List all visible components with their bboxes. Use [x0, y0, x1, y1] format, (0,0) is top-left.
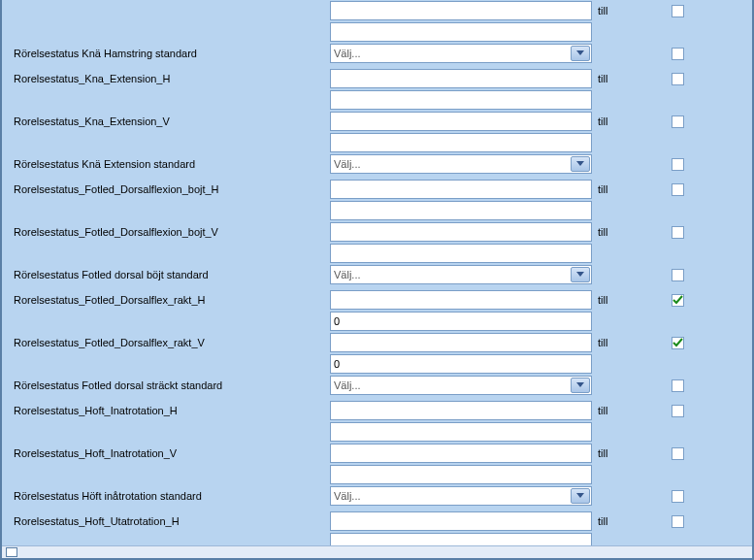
to-input[interactable] [330, 465, 592, 484]
to-input[interactable] [330, 422, 592, 442]
checkbox-column [611, 180, 744, 196]
checkbox-column [611, 265, 744, 281]
field-label: Rörelsestatus Fotled dorsal böjt standar… [10, 265, 330, 280]
field-input-group: till [330, 290, 611, 331]
select-dropdown[interactable]: Välj... [330, 376, 592, 395]
select-dropdown[interactable]: Välj... [330, 154, 592, 174]
status-bar [2, 545, 752, 558]
to-input[interactable] [330, 201, 592, 220]
row-checkbox[interactable] [672, 5, 684, 17]
from-input[interactable] [330, 401, 592, 420]
field-input-group: Välj... [330, 376, 611, 395]
field-input-group: till [330, 112, 611, 152]
form-row: Rorelsestatus_Hoft_Inatrotation_Htill [10, 400, 744, 443]
form-row: Rorelsestatus_Fotled_Dorsalflexion_bojt_… [10, 179, 744, 221]
chevron-down-icon[interactable] [571, 378, 590, 393]
chevron-down-icon[interactable] [571, 156, 590, 172]
row-checkbox[interactable] [672, 226, 684, 239]
from-input[interactable] [330, 69, 592, 88]
field-input-group: Välj... [330, 265, 611, 284]
form-scroll-area[interactable]: tillRörelsestatus Knä Hamstring standard… [2, 0, 752, 545]
select-value: Välj... [334, 490, 361, 502]
from-input[interactable] [330, 444, 592, 463]
row-checkbox[interactable] [672, 490, 684, 503]
field-label: Rorelsestatus_Fotled_Dorsalflex_rakt_H [10, 290, 330, 306]
till-label: till [598, 183, 607, 195]
checkbox-column [611, 376, 744, 392]
from-input[interactable] [330, 290, 592, 310]
row-checkbox[interactable] [672, 337, 684, 349]
till-label: till [598, 515, 607, 527]
field-label: Rörelsestatus Knä Extension standard [10, 154, 330, 170]
checkbox-column [611, 69, 744, 85]
field-input-group: till [330, 222, 611, 263]
row-checkbox[interactable] [672, 447, 684, 460]
row-checkbox[interactable] [672, 379, 684, 392]
chevron-down-icon[interactable] [571, 267, 590, 282]
till-label: till [598, 5, 607, 16]
from-input[interactable] [330, 511, 592, 531]
to-input[interactable] [330, 90, 592, 110]
to-input[interactable] [330, 133, 592, 152]
row-checkbox[interactable] [672, 294, 684, 307]
chevron-down-icon[interactable] [571, 46, 590, 61]
field-label: Rorelsestatus_Kna_Extension_H [10, 69, 330, 84]
field-label: Rorelsestatus_Fotled_Dorsalflexion_bojt_… [10, 222, 330, 238]
select-dropdown[interactable]: Välj... [330, 486, 592, 506]
form-row: Rorelsestatus_Kna_Extension_Htill [10, 68, 744, 111]
to-input[interactable] [330, 244, 592, 263]
from-input[interactable] [330, 222, 592, 242]
row-checkbox[interactable] [672, 73, 684, 85]
till-label: till [598, 447, 607, 459]
till-label: till [598, 73, 607, 84]
form-row: Rörelsestatus Knä Hamstring standardVälj… [10, 43, 744, 68]
checkbox-column [611, 44, 744, 60]
form-row: Rörelsestatus Fotled dorsal böjt standar… [10, 264, 744, 289]
till-label: till [598, 337, 607, 348]
row-checkbox[interactable] [672, 115, 684, 128]
field-label: Rörelsestatus Fotled dorsal sträckt stan… [10, 376, 330, 391]
field-label: Rörelsestatus Knä Hamstring standard [10, 44, 330, 59]
form-viewport: tillRörelsestatus Knä Hamstring standard… [0, 0, 754, 560]
from-input[interactable] [330, 180, 592, 199]
field-label: Rorelsestatus_Kna_Extension_V [10, 112, 330, 127]
select-value: Välj... [334, 48, 361, 59]
checkbox-column [611, 511, 744, 528]
row-checkbox[interactable] [672, 515, 684, 528]
checkbox-column [611, 333, 744, 349]
chevron-down-icon[interactable] [571, 488, 590, 504]
from-input[interactable] [330, 1, 592, 20]
to-input[interactable] [330, 354, 592, 374]
form-row: Rorelsestatus_Fotled_Dorsalflex_rakt_Hti… [10, 289, 744, 332]
row-checkbox[interactable] [672, 183, 684, 196]
select-dropdown[interactable]: Välj... [330, 44, 592, 63]
till-label: till [598, 405, 607, 416]
to-input[interactable] [330, 533, 592, 545]
to-input[interactable] [330, 312, 592, 331]
field-label: Rorelsestatus_Hoft_Inatrotation_H [10, 401, 330, 416]
field-input-group: till [330, 444, 611, 484]
row-checkbox[interactable] [672, 405, 684, 417]
from-input[interactable] [330, 112, 592, 131]
checkbox-column [611, 222, 744, 239]
field-label [10, 1, 330, 5]
select-value: Välj... [334, 379, 361, 391]
checkbox-column [611, 1, 744, 17]
field-label: Rorelsestatus_Fotled_Dorsalflexion_bojt_… [10, 180, 330, 195]
from-input[interactable] [330, 333, 592, 352]
row-checkbox[interactable] [672, 269, 684, 281]
select-dropdown[interactable]: Välj... [330, 265, 592, 284]
row-checkbox[interactable] [672, 158, 684, 171]
field-input-group: till [330, 69, 611, 110]
form-row: Rörelsestatus Knä Extension standardVälj… [10, 153, 744, 179]
field-input-group: till [330, 333, 611, 374]
row-checkbox[interactable] [672, 48, 684, 60]
till-label: till [598, 115, 607, 127]
checkbox-column [611, 112, 744, 128]
sheet-icon [6, 547, 17, 557]
checkbox-column [611, 290, 744, 307]
field-input-group: Välj... [330, 154, 611, 174]
form-row: Rörelsestatus Fotled dorsal sträckt stan… [10, 375, 744, 400]
field-input-group: Välj... [330, 486, 611, 506]
to-input[interactable] [330, 22, 592, 42]
